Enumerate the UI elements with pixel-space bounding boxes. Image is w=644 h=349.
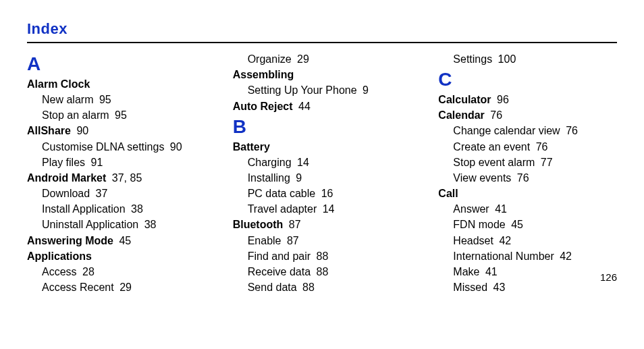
- sub-new-alarm: New alarm 95: [27, 92, 206, 107]
- title-rule: [27, 42, 617, 43]
- page-ref: 76: [490, 109, 502, 121]
- page-ref: 42: [560, 250, 572, 262]
- sub-label: Headset: [453, 235, 493, 246]
- sub-label: Settings: [453, 53, 492, 65]
- topic-label: Android Market: [27, 172, 106, 184]
- page-ref: 88: [317, 250, 329, 262]
- sub-download: Download 37: [27, 186, 206, 201]
- page-ref: 77: [541, 157, 553, 168]
- sub-label: Answer: [453, 203, 489, 215]
- topic-label: Calculator: [438, 94, 491, 105]
- page-ref: 14: [297, 157, 309, 168]
- sub-label: Install Application: [42, 203, 126, 215]
- page-ref: 76: [517, 172, 529, 184]
- sub-label: Charging: [248, 157, 292, 168]
- page-ref: 90: [76, 125, 88, 136]
- page-ref: 95: [115, 109, 127, 121]
- section-letter-a: A: [27, 54, 206, 75]
- sub-fdn-mode: FDN mode 45: [438, 217, 617, 232]
- page-ref: 42: [499, 235, 511, 246]
- topic-assembling: Assembling: [233, 67, 412, 82]
- sub-call-answer: Answer 41: [438, 201, 617, 217]
- sub-label: PC data cable: [248, 188, 316, 199]
- sub-settings: Settings 100: [438, 51, 617, 67]
- sub-charging: Charging 14: [233, 155, 412, 170]
- topic-label: Battery: [233, 141, 270, 153]
- page-ref: 100: [498, 53, 516, 65]
- sub-label: Customise DLNA settings: [42, 141, 164, 153]
- sub-bt-receive: Receive data 88: [233, 264, 412, 279]
- sub-label: Make: [453, 266, 479, 277]
- sub-label: Setting Up Your Phone: [248, 84, 357, 96]
- page-ref: 45: [119, 235, 131, 246]
- column-2: Organize 29 Assembling Setting Up Your P…: [233, 51, 412, 295]
- topic-label: Assembling: [233, 69, 294, 80]
- sub-label: Stop an alarm: [42, 109, 109, 121]
- sub-intl-number: International Number 42: [438, 248, 617, 264]
- topic-calculator: Calculator 96: [438, 92, 617, 107]
- sub-label: Receive data: [248, 266, 311, 277]
- page-ref: 88: [317, 266, 329, 277]
- sub-change-cal-view: Change calendar view 76: [438, 123, 617, 138]
- sub-label: Stop event alarm: [453, 157, 535, 168]
- topic-applications: Applications: [27, 248, 206, 264]
- sub-play-files: Play files 91: [27, 155, 206, 170]
- sub-installing: Installing 9: [233, 170, 412, 186]
- page-ref: 38: [131, 203, 143, 215]
- sub-setting-up-phone: Setting Up Your Phone 9: [233, 82, 412, 98]
- sub-label: Create an event: [453, 141, 530, 153]
- page-ref: 96: [497, 94, 509, 105]
- page-ref: 76: [566, 125, 578, 136]
- page-ref: 9: [363, 84, 369, 96]
- page-ref: 95: [99, 94, 111, 105]
- sub-label: Enable: [248, 235, 281, 246]
- column-3: Settings 100 C Calculator 96 Calendar 76…: [438, 51, 617, 295]
- sub-label: FDN mode: [453, 219, 505, 230]
- page-ref: 29: [297, 53, 309, 65]
- column-1: A Alarm Clock New alarm 95 Stop an alarm…: [27, 51, 206, 295]
- sub-access: Access 28: [27, 264, 206, 279]
- page-ref: 38: [144, 219, 157, 230]
- sub-customise-dlna: Customise DLNA settings 90: [27, 139, 206, 155]
- topic-label: Answering Mode: [27, 235, 113, 246]
- page-ref: 45: [511, 219, 523, 230]
- sub-label: Change calendar view: [453, 125, 560, 136]
- sub-label: View events: [453, 172, 511, 184]
- page-number: 126: [600, 271, 617, 283]
- page-ref: 41: [495, 203, 507, 215]
- sub-travel-adapter: Travel adapter 14: [233, 201, 412, 217]
- index-page: Index A Alarm Clock New alarm 95 Stop an…: [0, 0, 644, 295]
- sub-bt-find-pair: Find and pair 88: [233, 248, 412, 264]
- sub-label: Play files: [42, 157, 85, 168]
- topic-label: Alarm Clock: [27, 78, 90, 90]
- sub-stop-event-alarm: Stop event alarm 77: [438, 155, 617, 170]
- page-ref: 14: [323, 203, 335, 215]
- topic-label: Calendar: [438, 109, 484, 121]
- sub-pc-data-cable: PC data cable 16: [233, 186, 412, 201]
- topic-allshare: AllShare 90: [27, 123, 206, 138]
- page-ref: 88: [302, 281, 315, 293]
- columns: A Alarm Clock New alarm 95 Stop an alarm…: [27, 51, 617, 295]
- sub-label: Missed: [453, 281, 487, 293]
- page-ref: 28: [82, 266, 95, 277]
- page-ref: 87: [289, 219, 301, 230]
- section-letter-c: C: [438, 70, 617, 90]
- topic-label: Applications: [27, 250, 92, 262]
- sub-label: Access Recent: [42, 281, 114, 293]
- topic-label: AllShare: [27, 125, 71, 136]
- sub-call-make: Make 41: [438, 264, 617, 279]
- sub-organize: Organize 29: [233, 51, 412, 67]
- page-ref: 41: [485, 266, 498, 277]
- sub-stop-alarm: Stop an alarm 95: [27, 107, 206, 123]
- topic-calendar: Calendar 76: [438, 107, 617, 123]
- sub-create-event: Create an event 76: [438, 139, 617, 155]
- sub-install-app: Install Application 38: [27, 201, 206, 217]
- sub-label: Travel adapter: [248, 203, 317, 215]
- page-ref: 43: [493, 281, 505, 293]
- topic-label: Auto Reject: [233, 101, 293, 112]
- sub-access-recent: Access Recent 29: [27, 279, 206, 295]
- sub-label: Download: [42, 188, 90, 199]
- sub-label: Send data: [248, 281, 297, 293]
- topic-bluetooth: Bluetooth 87: [233, 217, 412, 232]
- topic-answering-mode: Answering Mode 45: [27, 233, 206, 248]
